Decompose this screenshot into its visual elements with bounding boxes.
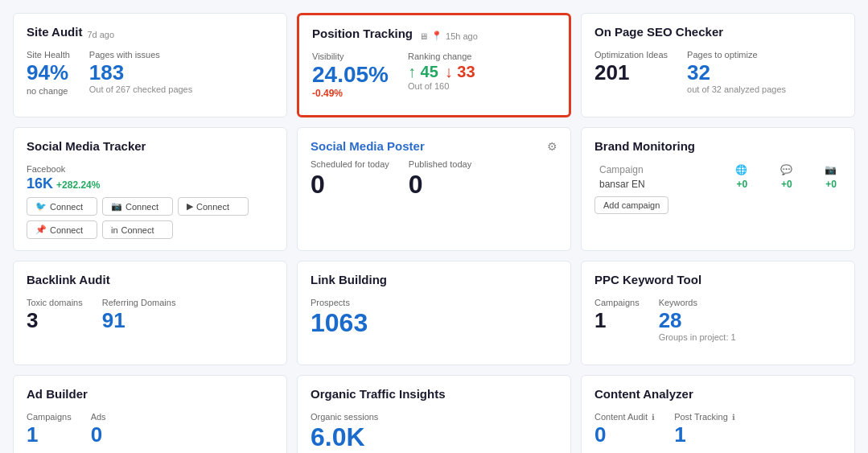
brand-row: bansar EN +0 +0 +0	[594, 177, 841, 191]
site-audit-title: Site Audit	[27, 25, 82, 39]
instagram-value: +0	[797, 177, 841, 191]
ranking-up: ↑ 45	[408, 63, 438, 81]
instagram-icon: 📷	[111, 201, 122, 212]
ppc-campaigns-label: Campaigns	[594, 298, 640, 307]
site-audit-card: Site Audit 7d ago Site Health 94% no cha…	[13, 13, 287, 117]
connect-buttons-group: 🐦 Connect 📷 Connect ▶ Connect 📌 Connect …	[27, 197, 274, 239]
published-value: 0	[409, 171, 471, 199]
linkedin-connect-button[interactable]: in Connect	[102, 220, 173, 239]
brand-monitoring-title: Brand Monitoring	[594, 139, 695, 153]
facebook-value: 16K	[27, 175, 53, 192]
linkedin-connect-label: Connect	[121, 225, 154, 235]
brand-monitoring-table: Campaign 🌐 💬 📷 bansar EN +0 +0 +0	[594, 164, 841, 191]
ranking-change: ↑ 45 ↓ 33	[408, 63, 475, 81]
social-media-poster-title[interactable]: Social Media Poster	[311, 139, 425, 153]
pages-issues-label: Pages with issues	[89, 50, 192, 60]
site-health-no-change: no change	[27, 86, 70, 96]
sessions-label: Organic sessions	[311, 412, 557, 422]
pinterest-icon: 📌	[35, 224, 47, 235]
ppc-keyword-title: PPC Keyword Tool	[594, 273, 701, 286]
referring-value: 91	[102, 309, 176, 332]
facebook-pct: +282.24%	[56, 179, 100, 191]
pages-opt-value: 32	[687, 61, 786, 84]
position-tracking-card: Position Tracking 🖥 📍 15h ago Visibility…	[297, 13, 571, 117]
visibility-value: 24.05%	[312, 63, 389, 88]
campaign-name: bansar EN	[594, 177, 708, 191]
on-page-seo-card: On Page SEO Checker Optimization Ideas 2…	[581, 13, 855, 117]
opt-ideas-value: 201	[594, 61, 668, 84]
ranking-label: Ranking change	[408, 51, 475, 61]
review-value: +0	[752, 177, 796, 191]
play-icon: ▶	[187, 201, 193, 212]
instagram-col-header: 📷	[797, 164, 841, 177]
twitter-connect-label: Connect	[50, 202, 83, 212]
twitter-icon: 🐦	[35, 201, 47, 212]
scheduled-value: 0	[311, 171, 389, 199]
youtube-connect-button[interactable]: ▶ Connect	[178, 197, 249, 216]
pages-opt-label: Pages to optimize	[687, 50, 786, 60]
post-tracking-value: 1	[674, 423, 735, 447]
ppc-campaigns-value: 1	[594, 309, 640, 332]
ad-builder-card: Ad Builder Campaigns 1 Ads 0	[13, 375, 287, 453]
facebook-label: Facebook	[27, 164, 274, 174]
pinterest-connect-button[interactable]: 📌 Connect	[27, 220, 97, 239]
opt-ideas-label: Optimization Ideas	[594, 50, 668, 60]
site-audit-time: 7d ago	[87, 30, 114, 39]
web-value: +0	[708, 177, 752, 191]
visibility-change: -0.49%	[312, 88, 389, 99]
position-tracking-meta: 🖥 📍 15h ago	[419, 31, 478, 41]
ad-builder-title: Ad Builder	[27, 387, 88, 401]
instagram-connect-label: Connect	[125, 202, 158, 212]
campaign-col-header: Campaign	[594, 164, 708, 177]
pinterest-connect-label: Connect	[50, 225, 83, 235]
ranking-out-of: Out of 160	[408, 81, 475, 91]
social-media-tracker-card: Social Media Tracker Facebook 16K +282.2…	[13, 127, 287, 251]
web-col-header: 🌐	[708, 164, 752, 177]
social-media-poster-card: Social Media Poster ⚙ Scheduled for toda…	[297, 127, 571, 251]
toxic-label: Toxic domains	[27, 298, 83, 307]
monitor-icon: 🖥	[419, 31, 428, 41]
social-media-tracker-title: Social Media Tracker	[27, 139, 146, 153]
ppc-keywords-sub: Groups in project: 1	[659, 332, 736, 342]
link-building-card: Link Building Prospects 1063	[297, 261, 571, 365]
position-tracking-time: 15h ago	[446, 31, 478, 41]
post-tracking-label: Post Tracking ℹ	[674, 412, 735, 422]
on-page-seo-title: On Page SEO Checker	[594, 25, 723, 39]
referring-label: Referring Domains	[102, 298, 176, 307]
prospects-value: 1063	[311, 309, 557, 337]
organic-traffic-title: Organic Traffic Insights	[311, 387, 446, 401]
position-tracking-title: Position Tracking	[312, 27, 413, 40]
ranking-down: ↓ 33	[445, 63, 475, 81]
ppc-keywords-value: 28	[659, 309, 736, 332]
linkedin-icon: in	[111, 225, 118, 235]
site-health-value: 94%	[27, 61, 70, 84]
sessions-value: 6.0K	[311, 423, 557, 451]
content-audit-label: Content Audit ℹ	[594, 412, 655, 422]
backlink-audit-title: Backlink Audit	[27, 273, 110, 286]
organic-traffic-card: Organic Traffic Insights Organic session…	[297, 375, 571, 453]
ads-label: Ads	[91, 412, 106, 422]
content-analyzer-card: Content Analyzer Content Audit ℹ 0 Post …	[581, 375, 855, 453]
ad-campaigns-value: 1	[27, 423, 72, 447]
link-building-title: Link Building	[311, 273, 387, 286]
review-col-header: 💬	[752, 164, 796, 177]
settings-icon[interactable]: ⚙	[547, 140, 557, 153]
brand-monitoring-card: Brand Monitoring Campaign 🌐 💬 📷 bansar E…	[581, 127, 855, 251]
ads-value: 0	[91, 423, 106, 447]
visibility-label: Visibility	[312, 51, 389, 61]
backlink-audit-card: Backlink Audit Toxic domains 3 Referring…	[13, 261, 287, 365]
content-analyzer-title: Content Analyzer	[594, 387, 693, 401]
pages-opt-sub: out of 32 analyzed pages	[687, 84, 786, 94]
youtube-connect-label: Connect	[196, 202, 229, 212]
ad-campaigns-label: Campaigns	[27, 412, 72, 422]
published-label: Published today	[409, 159, 471, 169]
content-audit-value: 0	[594, 423, 655, 447]
twitter-connect-button[interactable]: 🐦 Connect	[27, 197, 97, 216]
instagram-connect-button[interactable]: 📷 Connect	[102, 197, 173, 216]
pages-issues-value: 183	[89, 61, 192, 84]
add-campaign-button[interactable]: Add campaign	[594, 196, 668, 214]
scheduled-label: Scheduled for today	[311, 159, 389, 169]
ppc-keyword-card: PPC Keyword Tool Campaigns 1 Keywords 28…	[581, 261, 855, 365]
info-icon-1: ℹ	[652, 413, 655, 422]
location-icon: 📍	[431, 31, 442, 41]
